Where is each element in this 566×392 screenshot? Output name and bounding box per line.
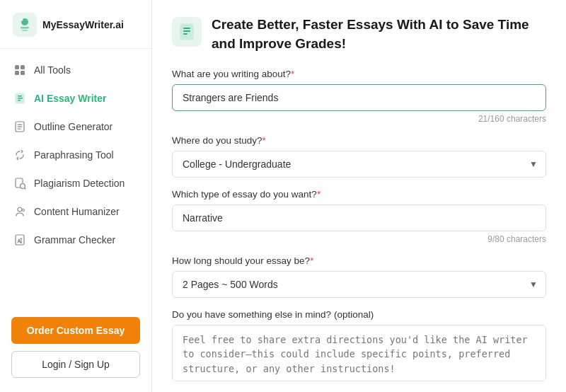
svg-rect-16 bbox=[18, 129, 21, 129]
svg-rect-22 bbox=[16, 235, 24, 245]
svg-rect-8 bbox=[21, 71, 25, 75]
logo-text: MyEssayWriter.ai bbox=[42, 19, 124, 30]
essay-type-char-count: 9/80 characters bbox=[172, 234, 546, 244]
length-select-wrapper: 1 Page ~ 250 Words 2 Pages ~ 500 Words 3… bbox=[172, 271, 546, 298]
length-select[interactable]: 1 Page ~ 250 Words 2 Pages ~ 500 Words 3… bbox=[172, 271, 546, 298]
sidebar-item-grammar-checker-label: Grammar Checker bbox=[34, 234, 115, 246]
extra-section: Do you have something else in mind? (opt… bbox=[172, 309, 546, 384]
sidebar-navigation: All Tools AI Essay Writer bbox=[0, 49, 151, 307]
svg-rect-28 bbox=[183, 28, 190, 29]
study-select[interactable]: High School College - Undergraduate Grad… bbox=[172, 151, 546, 178]
svg-line-19 bbox=[25, 188, 26, 190]
essay-icon bbox=[13, 91, 27, 105]
svg-rect-12 bbox=[18, 100, 21, 101]
extra-label: Do you have something else in mind? (opt… bbox=[172, 309, 546, 320]
humanizer-icon bbox=[13, 204, 27, 219]
plagiarism-icon bbox=[13, 176, 27, 190]
paraphrase-icon bbox=[13, 148, 27, 162]
logo-icon bbox=[13, 13, 37, 37]
svg-rect-14 bbox=[18, 125, 23, 125]
svg-rect-15 bbox=[18, 127, 23, 127]
sidebar-item-ai-essay-writer[interactable]: AI Essay Writer bbox=[0, 84, 151, 113]
sidebar-item-plagiarism-label: Plagiarism Detection bbox=[34, 178, 125, 189]
svg-rect-2 bbox=[21, 27, 29, 29]
order-custom-essay-button[interactable]: Order Custom Essay bbox=[11, 317, 140, 344]
sidebar-item-all-tools[interactable]: All Tools bbox=[0, 56, 151, 84]
essay-length-section: How long should your essay be?* 1 Page ~… bbox=[172, 255, 546, 298]
svg-rect-10 bbox=[18, 96, 22, 97]
topic-section: What are you writing about?* 21/160 char… bbox=[172, 69, 546, 124]
svg-rect-3 bbox=[22, 30, 28, 31]
essay-type-input[interactable] bbox=[172, 204, 546, 231]
study-select-wrapper: High School College - Undergraduate Grad… bbox=[172, 151, 546, 178]
login-signup-button[interactable]: Login / Sign Up bbox=[11, 351, 140, 378]
essay-type-label: Which type of essay do you want?* bbox=[172, 189, 546, 200]
outline-icon bbox=[13, 120, 27, 134]
svg-rect-29 bbox=[183, 30, 190, 32]
svg-rect-11 bbox=[18, 98, 23, 99]
svg-point-20 bbox=[18, 207, 22, 212]
sidebar-item-ai-essay-writer-label: AI Essay Writer bbox=[34, 93, 106, 104]
main-header: Create Better, Faster Essays With AI to … bbox=[172, 16, 546, 53]
doc-icon bbox=[178, 23, 196, 41]
sidebar-item-paraphrasing-tool[interactable]: Paraphrasing Tool bbox=[0, 141, 151, 169]
svg-rect-30 bbox=[183, 33, 187, 35]
study-label: Where do you study?* bbox=[172, 135, 546, 146]
sidebar: MyEssayWriter.ai All Tools bbox=[0, 0, 152, 392]
svg-rect-6 bbox=[21, 65, 25, 69]
main-content: Create Better, Faster Essays With AI to … bbox=[152, 0, 566, 392]
essay-length-label: How long should your essay be?* bbox=[172, 255, 546, 266]
page-title: Create Better, Faster Essays With AI to … bbox=[212, 16, 546, 53]
svg-point-21 bbox=[23, 209, 25, 212]
logo-container: MyEssayWriter.ai bbox=[0, 0, 151, 49]
sidebar-item-outline-generator[interactable]: Outline Generator bbox=[0, 113, 151, 141]
sidebar-footer: Order Custom Essay Login / Sign Up bbox=[0, 307, 151, 392]
sidebar-item-paraphrasing-label: Paraphrasing Tool bbox=[34, 149, 114, 161]
sidebar-item-grammar-checker[interactable]: Grammar Checker bbox=[0, 226, 151, 254]
grammar-icon bbox=[13, 233, 27, 247]
svg-rect-5 bbox=[15, 65, 19, 69]
sidebar-item-content-humanizer-label: Content Humanizer bbox=[34, 206, 120, 217]
svg-point-4 bbox=[21, 19, 23, 21]
svg-rect-7 bbox=[15, 71, 19, 75]
grid-icon bbox=[13, 63, 27, 77]
sidebar-item-outline-generator-label: Outline Generator bbox=[34, 121, 112, 132]
study-section: Where do you study?* High School College… bbox=[172, 135, 546, 178]
header-icon-container bbox=[172, 17, 202, 47]
extra-textarea[interactable] bbox=[172, 325, 546, 381]
sidebar-item-plagiarism-detection[interactable]: Plagiarism Detection bbox=[0, 169, 151, 197]
sidebar-item-all-tools-label: All Tools bbox=[34, 64, 71, 76]
topic-input[interactable] bbox=[172, 84, 546, 111]
sidebar-item-content-humanizer[interactable]: Content Humanizer bbox=[0, 197, 151, 226]
topic-char-count: 21/160 characters bbox=[172, 114, 546, 124]
essay-type-section: Which type of essay do you want?* 9/80 c… bbox=[172, 189, 546, 244]
topic-label: What are you writing about?* bbox=[172, 69, 546, 79]
